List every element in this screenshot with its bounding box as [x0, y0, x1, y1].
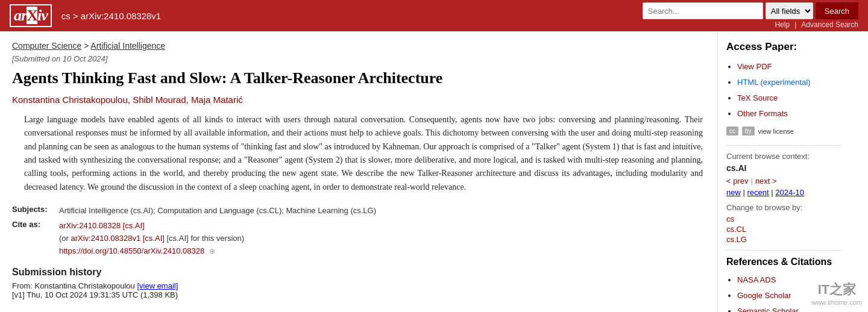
doi-link[interactable]: https://doi.org/10.48550/arXiv.2410.0832…: [59, 246, 204, 255]
content-area: Computer Science > Artificial Intelligen…: [0, 31, 717, 312]
browse-label: Current browse context:: [726, 152, 841, 161]
cite-also-suffix: [cs.AI] for this version): [167, 234, 245, 243]
new-link[interactable]: new: [726, 188, 741, 197]
logo-x: X: [27, 7, 37, 24]
cite-as-row: Cite as: arXiv:2410.08328 [cs.AI] (or ar…: [12, 220, 703, 257]
browse-nav2: new | recent | 2024-10: [726, 188, 841, 197]
current-browse: Current browse context: cs.AI < prev | n…: [726, 152, 841, 197]
header: arXiv cs > arXiv:2410.08328v1 All fields…: [0, 0, 868, 31]
advanced-search-link[interactable]: Advanced Search: [801, 20, 858, 29]
submission-v1: [v1] Thu, 10 Oct 2024 19:31:35 UTC (1,39…: [12, 290, 703, 299]
subjects-label: Subjects:: [12, 205, 54, 214]
submission-from: From: Konstantina Christakopoulou [view …: [12, 281, 703, 290]
logo-area: arXiv cs > arXiv:2410.08328v1: [10, 4, 161, 27]
help-link[interactable]: Help: [775, 20, 790, 29]
refs-title: References & Citations: [726, 257, 841, 267]
year-link[interactable]: 2024-10: [775, 188, 804, 197]
meta-section: Subjects: Artificial Intelligence (cs.AI…: [12, 205, 703, 257]
focus-icon: ⊕: [209, 247, 215, 255]
google-scholar-link[interactable]: Google Scholar: [737, 291, 791, 300]
refs-section: References & Citations NASA ADS Google S…: [726, 257, 841, 312]
nav-sep-1: |: [751, 176, 753, 186]
view-license-link[interactable]: view license: [758, 128, 794, 135]
breadcrumb-cs[interactable]: Computer Science: [12, 41, 81, 51]
other-formats-link[interactable]: Other Formats: [737, 109, 788, 118]
html-link[interactable]: HTML (experimental): [737, 78, 811, 87]
submission-history-title: Submission history: [12, 267, 703, 278]
access-tex: TeX Source: [737, 90, 841, 106]
browse-nav: < prev | next >: [726, 176, 841, 186]
access-html: HTML (experimental): [737, 75, 841, 90]
divider-2: [726, 250, 841, 251]
recent-link[interactable]: recent: [747, 188, 769, 197]
search-button[interactable]: Search: [816, 2, 858, 19]
search-row: All fields Title Author Abstract Search: [643, 2, 858, 19]
search-input[interactable]: [643, 2, 763, 19]
browse-cs[interactable]: cs: [726, 214, 841, 223]
author-2[interactable]: Shibl Mourad: [133, 95, 186, 105]
cc-icon: cc: [726, 126, 738, 136]
paper-title: Agents Thinking Fast and Slow: A Talker-…: [12, 68, 703, 89]
view-email-link[interactable]: [view email]: [137, 281, 178, 290]
cite-as-value: arXiv:2410.08328 [cs.AI] (or arXiv:2410.…: [59, 220, 244, 257]
cite-also-prefix: (or: [59, 234, 71, 243]
ref-google: Google Scholar: [737, 288, 841, 304]
view-pdf-link[interactable]: View PDF: [737, 62, 772, 71]
browse-cs-lg[interactable]: cs.LG: [726, 235, 841, 244]
access-title: Access Paper:: [726, 41, 841, 53]
by-icon: by: [742, 126, 755, 136]
header-breadcrumb: cs > arXiv:2410.08328v1: [61, 11, 162, 21]
submitted-date: [Submitted on 10 Oct 2024]: [12, 54, 703, 63]
semantic-scholar-link[interactable]: Semantic Scholar: [737, 307, 799, 312]
ref-semantic: Semantic Scholar: [737, 304, 841, 312]
browse-cs-cl[interactable]: cs.CL: [726, 225, 841, 234]
change-browse: Change to browse by: cs cs.CL cs.LG: [726, 203, 841, 244]
change-browse-label: Change to browse by:: [726, 203, 841, 212]
access-list: View PDF HTML (experimental) TeX Source …: [726, 59, 841, 122]
search-links: Help | Advanced Search: [775, 20, 858, 29]
nasa-ads-link[interactable]: NASA ADS: [737, 275, 776, 284]
subjects-value: Artificial Intelligence (cs.AI); Computa…: [59, 205, 376, 217]
prev-link[interactable]: < prev: [726, 176, 749, 186]
breadcrumb-sep: >: [84, 41, 90, 51]
search-area: All fields Title Author Abstract Search …: [643, 2, 858, 29]
cite-as-label: Cite as:: [12, 220, 54, 229]
arxiv-logo[interactable]: arXiv: [10, 4, 52, 27]
logo-iv: iv: [37, 7, 48, 24]
access-section: Access Paper: View PDF HTML (experimenta…: [726, 41, 841, 136]
cite-also-link[interactable]: arXiv:2410.08328v1 [cs.AI]: [71, 234, 165, 243]
logo-text: ar: [14, 7, 27, 24]
license-badge: cc by view license: [726, 126, 841, 136]
refs-list: NASA ADS Google Scholar Semantic Scholar: [726, 272, 841, 312]
browse-context: cs.AI: [726, 163, 841, 173]
search-links-separator: |: [794, 20, 796, 29]
breadcrumb-ai[interactable]: Artificial Intelligence: [90, 41, 165, 51]
submission-history: Submission history From: Konstantina Chr…: [12, 267, 703, 299]
page-breadcrumb: Computer Science > Artificial Intelligen…: [12, 41, 703, 51]
authors: Konstantina Christakopoulou, Shibl Moura…: [12, 95, 703, 105]
author-3[interactable]: Maja Matarić: [191, 95, 243, 105]
access-pdf: View PDF: [737, 59, 841, 75]
divider-1: [726, 145, 841, 146]
change-browse-links: cs cs.CL cs.LG: [726, 214, 841, 244]
field-select[interactable]: All fields Title Author Abstract: [766, 2, 813, 19]
abstract: Large language models have enabled agent…: [24, 113, 703, 194]
main-layout: Computer Science > Artificial Intelligen…: [0, 31, 868, 312]
cite-arxiv-link[interactable]: arXiv:2410.08328 [cs.AI]: [59, 221, 145, 230]
subjects-row: Subjects: Artificial Intelligence (cs.AI…: [12, 205, 703, 217]
ref-nasa: NASA ADS: [737, 272, 841, 288]
access-formats: Other Formats: [737, 106, 841, 122]
sidebar: Access Paper: View PDF HTML (experimenta…: [717, 31, 850, 312]
author-1[interactable]: Konstantina Christakopoulou: [12, 95, 128, 105]
tex-link[interactable]: TeX Source: [737, 93, 778, 102]
next-link[interactable]: next >: [755, 176, 777, 186]
